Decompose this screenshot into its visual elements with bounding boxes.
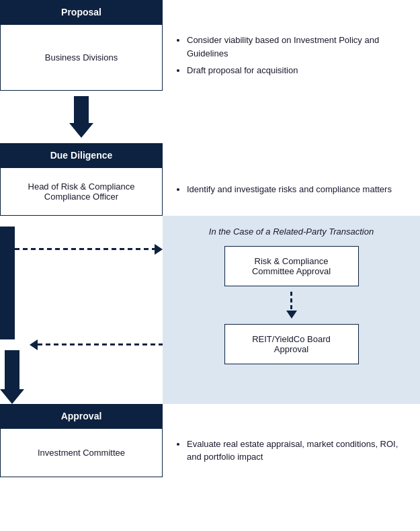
- rp-shaft-area: [0, 216, 163, 404]
- arrow-head-1: [69, 123, 93, 138]
- related-party-title: In the Case of a Related-Party Transacti…: [209, 227, 374, 237]
- shaft-bottom-col: [0, 350, 24, 404]
- shaft-segment-top: [0, 227, 15, 272]
- arrow-down-1: [0, 91, 420, 143]
- rp-vertical-head: [286, 311, 297, 319]
- dashed-line-left: [38, 343, 163, 345]
- due-diligence-header: Due Diligence: [0, 143, 163, 167]
- rp-vertical-shaft: [290, 292, 292, 311]
- proposal-bullets: Consider viability based on Investment P…: [163, 24, 420, 91]
- rp-shaft-flex: [0, 216, 163, 404]
- due-diligence-header-row: Due Diligence: [0, 143, 420, 167]
- rp-right-col: In the Case of a Related-Party Transacti…: [163, 216, 420, 404]
- flow-container: Proposal Business Divisions Consider via…: [0, 0, 420, 477]
- arrow-down-solid-1: [69, 96, 93, 138]
- approval-bullets: Evaluate real estate appraisal, market c…: [163, 428, 420, 477]
- rp-vertical-arrow: [286, 292, 297, 319]
- business-divisions-label: Business Divisions: [45, 52, 118, 63]
- proposal-header: Proposal: [0, 0, 163, 24]
- rp-top: [0, 216, 163, 404]
- due-diligence-bullet-1: Identify and investigate risks and compl…: [187, 183, 392, 196]
- shaft-bottom-seg: [5, 350, 19, 389]
- approval-header-row: Approval: [0, 404, 420, 428]
- dashed-right: [15, 244, 163, 255]
- arrow-left-head: [30, 339, 38, 350]
- arrow-shaft-1: [74, 96, 89, 123]
- business-divisions-box: Business Divisions: [0, 24, 163, 91]
- shaft-and-arrows: [0, 227, 163, 404]
- reit-board-box: REIT/YieldCo Board Approval: [224, 324, 359, 364]
- rp-shaft-row: [0, 216, 163, 404]
- shaft-mid: [0, 272, 163, 339]
- arrow-right-head: [155, 244, 163, 255]
- risk-compliance-committee-box: Risk & ComplianceCommittee Approval: [224, 246, 359, 286]
- dashed-left: [15, 339, 163, 350]
- shaft-top-seg: [0, 227, 15, 272]
- cross-arrow-right-row: [0, 227, 163, 272]
- risk-compliance-box: Head of Risk & ComplianceCompliance Offi…: [0, 167, 163, 216]
- investment-committee-label: Investment Committee: [38, 448, 125, 458]
- proposal-bullet-2: Draft proposal for acquisition: [187, 64, 409, 77]
- due-diligence-bullets: Identify and investigate risks and compl…: [163, 167, 420, 216]
- shaft-mid-seg: [0, 272, 15, 339]
- risk-compliance-label: Head of Risk & ComplianceCompliance Offi…: [28, 181, 135, 202]
- arrow-down-1-col: [0, 91, 163, 143]
- rp-left-shaft-col: [0, 216, 163, 404]
- related-party-wrapper: In the Case of a Related-Party Transacti…: [0, 216, 420, 404]
- approval-bullet-1: Evaluate real estate appraisal, market c…: [187, 438, 409, 464]
- dashed-line-right: [15, 248, 155, 250]
- investment-committee-box: Investment Committee: [0, 428, 163, 477]
- shaft-bottom-row: [0, 350, 163, 404]
- reit-board-label: REIT/YieldCo Board Approval: [252, 334, 331, 354]
- proposal-bullet-1: Consider viability based on Investment P…: [187, 34, 409, 60]
- approval-entity-row: Investment Committee Evaluate real estat…: [0, 428, 420, 477]
- cross-arrow-left-row: [0, 339, 163, 350]
- proposal-entity-row: Business Divisions Consider viability ba…: [0, 24, 420, 91]
- proposal-header-row: Proposal: [0, 0, 420, 24]
- risk-compliance-committee-label: Risk & ComplianceCommittee Approval: [252, 256, 331, 276]
- arrow-head-rp: [0, 389, 24, 404]
- approval-header: Approval: [0, 404, 163, 428]
- due-diligence-entity-row: Head of Risk & ComplianceCompliance Offi…: [0, 167, 420, 216]
